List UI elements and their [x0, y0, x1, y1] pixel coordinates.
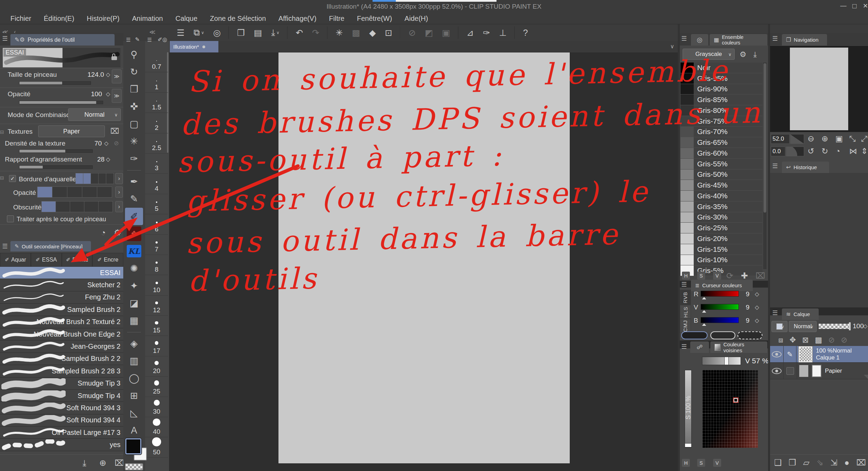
sub-tool-group-tab[interactable]: ✐ Encre	[92, 253, 123, 267]
layer-footer-icon[interactable]: ▱	[803, 458, 809, 468]
toolbar-icon[interactable]: ▣	[442, 28, 450, 38]
switch-color-icon[interactable]: ⟳	[726, 271, 733, 281]
layer-color-dropdown[interactable]: ∨	[771, 321, 787, 332]
paper-checkbox[interactable]	[786, 367, 794, 375]
color-swatch-row[interactable]: Gris-35%	[681, 201, 762, 212]
brush-size-item[interactable]: 1	[145, 72, 168, 92]
slider-caret[interactable]	[702, 323, 706, 326]
menu-item[interactable]: Histoire(P)	[87, 15, 119, 23]
brush-list-item[interactable]: Sampled Brush 2 28 3	[0, 365, 123, 377]
menu-item[interactable]: Édition(E)	[44, 15, 74, 23]
menu-item[interactable]: Fenêtre(W)	[357, 15, 392, 23]
sub-tool-group-tab[interactable]: ✐ Aquar	[0, 253, 31, 267]
menu-item[interactable]: Calque	[175, 15, 197, 23]
toolbar-icon[interactable]: ❐	[228, 26, 245, 39]
brush-size-item[interactable]: 40	[145, 417, 168, 437]
tool-button[interactable]: ✳	[125, 133, 143, 150]
tool-button[interactable]: ▢	[125, 115, 143, 133]
transparent-color-swatch[interactable]	[125, 463, 143, 470]
brush-size-item[interactable]: 20	[145, 356, 168, 377]
rotation-ramp-slider[interactable]	[786, 147, 804, 156]
saturation-sort-button[interactable]: S	[697, 272, 705, 280]
toolbar-icon[interactable]: ⊥	[499, 28, 507, 38]
color-swatch-row[interactable]: Gris-65%	[681, 137, 762, 148]
color-set-tab[interactable]: ▦ Ensemble couleurs	[710, 34, 767, 46]
layer-opacity-value[interactable]: 100	[853, 322, 864, 330]
opacity-dynamics-button[interactable]: ≫	[112, 89, 122, 103]
toolbar-icon[interactable]: ✳	[327, 26, 343, 39]
brush-list-item[interactable]: Smudge Tip 3	[0, 378, 123, 390]
rotate-left-icon[interactable]: ↺	[808, 147, 814, 156]
visibility-eye-icon[interactable]	[772, 351, 782, 357]
brush-size-item[interactable]: 12	[145, 296, 168, 316]
toolbar-icon[interactable]: ↷	[312, 28, 319, 38]
zoom-ramp-slider[interactable]	[790, 134, 804, 144]
close-button[interactable]: ✕	[863, 2, 868, 10]
toolbar-icon[interactable]: ▩	[352, 28, 360, 38]
menu-item[interactable]: Affichage(V)	[278, 15, 317, 23]
slider-caret[interactable]	[702, 297, 706, 299]
background-color-pill[interactable]	[710, 331, 735, 339]
sub-tool-group-tab[interactable]: ✐ Peintu	[62, 253, 93, 267]
reset-rotation-icon[interactable]: ◔	[835, 147, 840, 156]
brush-size-item[interactable]: 30	[145, 397, 168, 417]
toolbar-icon[interactable]: ☰	[177, 28, 184, 38]
layer-ctrl-icon[interactable]: ⧈	[778, 336, 783, 345]
foreground-color-pill[interactable]	[681, 331, 708, 339]
expand-toggle-icon[interactable]: ⊟	[0, 129, 4, 135]
panel-menu-icon[interactable]: ☰	[681, 343, 687, 350]
brush-size-slider[interactable]	[19, 81, 91, 85]
brush-size-dynamics-button[interactable]: ≫	[112, 69, 122, 83]
tool-button[interactable]: ❖	[127, 226, 141, 241]
import-subtool-icon[interactable]: ⤓	[83, 458, 86, 468]
brush-list-item[interactable]: yes	[0, 439, 123, 451]
color-swatch-row[interactable]: Gris-40%	[681, 191, 762, 201]
hue-sort-button[interactable]: H	[682, 272, 690, 280]
menu-item[interactable]: Filtre	[329, 15, 344, 23]
magnify-ratio-value[interactable]: 28	[97, 156, 105, 163]
tool-button[interactable]: ⊞	[125, 387, 143, 404]
brush-list-item[interactable]: Smudge Tip 4	[0, 390, 123, 402]
brush-list-item[interactable]: Jean-Georges 2	[0, 340, 123, 353]
brush-list-item[interactable]: Sampled Brush 2	[0, 304, 123, 316]
rotation-value-field[interactable]: 0.0	[771, 147, 785, 156]
tool-button[interactable]: ◪	[125, 295, 143, 312]
color-swatch-row[interactable]: Gris-60%	[681, 148, 762, 159]
menu-item[interactable]: Fichier	[10, 15, 31, 23]
layer-ctrl-icon[interactable]: ▩	[815, 336, 822, 345]
timer-icon[interactable]: ◔	[101, 228, 106, 238]
brush-size-stepper[interactable]: ◇	[106, 71, 110, 78]
layer-ctrl-icon[interactable]: ⊘	[841, 336, 847, 345]
layer-ctrl-icon[interactable]: ⊘	[828, 336, 835, 345]
brush-size-item[interactable]: 7	[145, 235, 168, 255]
zoom-in-icon[interactable]: ⊕	[821, 134, 828, 143]
brush-list-item[interactable]: ESSAI	[0, 267, 123, 279]
rotate-right-icon[interactable]: ↻	[821, 147, 828, 156]
neighbor-colors-tab[interactable]: Couleurs voisines	[710, 341, 767, 353]
intermediate-colors-tab[interactable]: ☍	[690, 341, 709, 353]
value-sort-button[interactable]: V	[713, 272, 721, 280]
hue-mode-button[interactable]: H	[682, 459, 690, 467]
transparent-color-pill[interactable]	[737, 331, 762, 339]
panel-menu-icon[interactable]: ☰	[2, 35, 8, 42]
layer-row[interactable]: ✎ 100 %Normal Calque 1	[770, 346, 868, 363]
layer-thumbnail[interactable]	[799, 346, 812, 362]
texture-density-slider[interactable]	[19, 149, 93, 153]
opacity-slider[interactable]	[19, 101, 103, 104]
watercolor-border-expand-button[interactable]: ›	[115, 173, 123, 184]
layer-opacity-slider[interactable]	[819, 324, 851, 329]
color-set-scrollbar[interactable]	[763, 63, 767, 269]
tab-list-chevron-icon[interactable]: ∨	[670, 43, 674, 50]
value-mode-button[interactable]: V	[713, 459, 721, 467]
tool-button[interactable]: ◈	[125, 335, 143, 352]
color-swatch-row[interactable]: Gris-25%	[681, 223, 762, 233]
tool-button[interactable]: ✜	[125, 98, 143, 115]
color-swatch-row[interactable]: Gris-55%	[681, 159, 762, 170]
brush-size-item[interactable]: 2.5	[145, 133, 168, 154]
post-process-checkbox[interactable]	[7, 215, 14, 222]
panel-menu-icon[interactable]: ☰	[772, 309, 778, 317]
toolbar-icon[interactable]: ◆	[369, 28, 376, 38]
texture-density-stepper[interactable]: ◇	[104, 140, 108, 147]
toolbar-icon[interactable]: ◩	[425, 28, 433, 38]
brush-size-item[interactable]: 4	[145, 174, 168, 194]
